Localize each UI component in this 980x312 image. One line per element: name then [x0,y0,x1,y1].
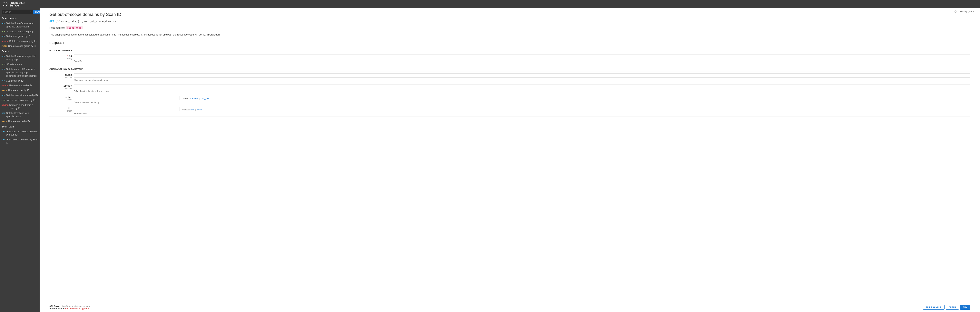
param-input-id[interactable] [74,54,970,59]
nav-item[interactable]: GETGet a scan group by ID [0,34,40,39]
nav-item[interactable]: PATCHUpdate a scan by ID [0,88,40,93]
nav-item[interactable]: GETGet count of in-scope domains by Scan… [0,129,40,137]
param-desc: Sort direction [74,112,970,115]
app-header: FractalScan Surface [0,0,980,8]
nav-item[interactable]: DELETEDelete a scan group by ID [0,39,40,44]
nav-item[interactable]: POSTAdd a seed to a scan by ID [0,98,40,103]
http-method-badge: GET [2,111,5,118]
search-button[interactable]: SEARCH [33,10,40,14]
required-marker: * [67,55,68,57]
sidebar: ↵ SEARCH Scan_groupsGETGet the Scan Grou… [0,8,40,312]
role-badge: scans:read [66,26,83,29]
try-button[interactable]: TRY [960,305,970,310]
param-type: string [49,57,72,60]
nav-section-title[interactable]: Scan_data [0,124,40,129]
http-method-badge: GET [2,22,5,29]
param-desc: Column to order results by [74,101,970,103]
nav-item-label: Create a new scan group [7,30,33,33]
param-name: id [69,55,72,57]
nav-item[interactable]: POSTCreate a scan [0,62,40,67]
nav-item-label: Get the Iterations for a specified scan [6,111,38,118]
svg-rect-1 [955,11,956,12]
clear-button[interactable]: CLEAR [946,305,959,310]
allowed-value[interactable]: desc [197,108,202,111]
endpoint-signature: GET /v1/scan_data/{id}/out_of_scope_doma… [49,20,970,23]
fill-example-button[interactable]: FILL EXAMPLE [923,305,944,310]
nav-item[interactable]: POSTCreate a new scan group [0,29,40,34]
http-method-badge: POST [2,99,6,102]
param-row-offset: offset number Offset into the list of en… [49,83,970,94]
brand-logo: FractalScan Surface [2,1,25,7]
param-name: limit [65,73,72,76]
nav-item-label: Get the Scans for a specified scan group [6,55,38,61]
nav-item[interactable]: GETGet the Scan Groups for a specified o… [0,21,40,29]
param-row-id: * id string Scan ID [49,53,970,64]
http-method-badge: GET [2,55,5,61]
param-input-offset[interactable] [74,84,970,89]
nav-item[interactable]: GETGet a scan by ID [0,78,40,83]
nav-section-title[interactable]: Scan_groups [0,16,40,21]
http-method-badge: PATCH [2,89,8,92]
param-input-limit[interactable] [74,73,970,78]
http-method-badge: GET [2,35,5,38]
param-row-limit: limit number Maximum number of entries t… [49,72,970,83]
http-method: GET [49,20,54,23]
nav-item[interactable]: GETGet the Iterations for a specified sc… [0,111,40,119]
nav-item-label: Get a scan by ID [6,79,24,83]
request-heading: REQUEST [49,41,970,45]
nav-item[interactable]: PATCHUpdate a scan group by ID [0,44,40,49]
param-type: number [49,88,72,90]
main-content: Get out-of-scope domains by Scan ID GET … [40,8,980,312]
allowed-value[interactable]: asc [191,108,194,111]
filter-input[interactable] [2,10,34,14]
api-key-input[interactable] [958,10,976,13]
http-method-badge: PATCH [2,45,8,48]
nav-item[interactable]: GETGet the count of Scans for a specifie… [0,67,40,78]
nav-item[interactable]: DELETERemove a seed from a scan by ID [0,103,40,111]
http-method-badge: PATCH [2,120,8,123]
brand-subtitle: Surface [10,4,25,7]
nav-item[interactable]: PATCHUpdate a node by ID [0,119,40,124]
http-method-badge: DELETE [2,84,9,87]
endpoint-description: This endpoint requires that the associat… [49,33,970,36]
http-method-badge: DELETE [2,40,9,43]
param-input-dir[interactable] [74,107,180,111]
lock-icon [954,10,957,13]
param-input-order[interactable] [74,96,180,100]
http-method-badge: DELETE [2,103,9,110]
param-desc: Offset into the list of entries to retur… [74,90,970,92]
nav-item[interactable]: GETGet the seeds for a scan by ID [0,93,40,98]
required-role: Required role: scans:read [49,26,970,29]
param-row-dir: dir enum Allowed: asc | desc Sort direct… [49,105,970,116]
nav-item[interactable]: GETGet in-scope domains by Scan ID [0,137,40,145]
nav-item-label: Get the count of Scans for a specified s… [6,68,38,78]
nav-item[interactable]: GETGet the Scans for a specified scan gr… [0,54,40,62]
request-footer: API Server https://app.fractalscan.com/a… [40,302,980,312]
allowed-value[interactable]: last_seen [201,97,210,100]
param-type: enum [49,99,72,101]
path-params-heading: PATH PARAMETERS [49,48,970,53]
auth-required: Required [65,307,74,310]
auth-label: Authentication [49,307,65,310]
nav-item-label: Get the seeds for a scan by ID [6,94,38,97]
nav-item-label: Create a scan [7,63,22,66]
nav-section-title[interactable]: Scans [0,49,40,54]
param-desc: Scan ID [74,60,970,62]
allowed-values: Allowed: asc | desc [182,108,202,111]
query-params-heading: QUERY-STRING PARAMETERS [49,67,970,72]
nav-item-label: Delete a scan group by ID [10,40,37,43]
http-method-badge: GET [2,130,5,137]
http-method-badge: GET [2,94,5,97]
nav-item-label: Update a node by ID [8,120,30,123]
allowed-values: Allowed: created | last_seen [182,97,210,100]
nav-item-label: Remove a seed from a scan by ID [10,103,38,110]
param-type: number [49,76,72,78]
param-name: order [65,96,72,99]
enter-icon: ↵ [30,11,32,13]
nav-item-label: Add a seed to a scan by ID [7,99,35,102]
nav-item[interactable]: DELETERemove a scan by ID [0,83,40,88]
nav-item-label: Get count of in-scope domains by Scan ID [6,130,38,137]
auth-none: (None Applied) [75,307,89,310]
allowed-value[interactable]: created [191,97,198,100]
hexagon-icon [2,2,8,7]
